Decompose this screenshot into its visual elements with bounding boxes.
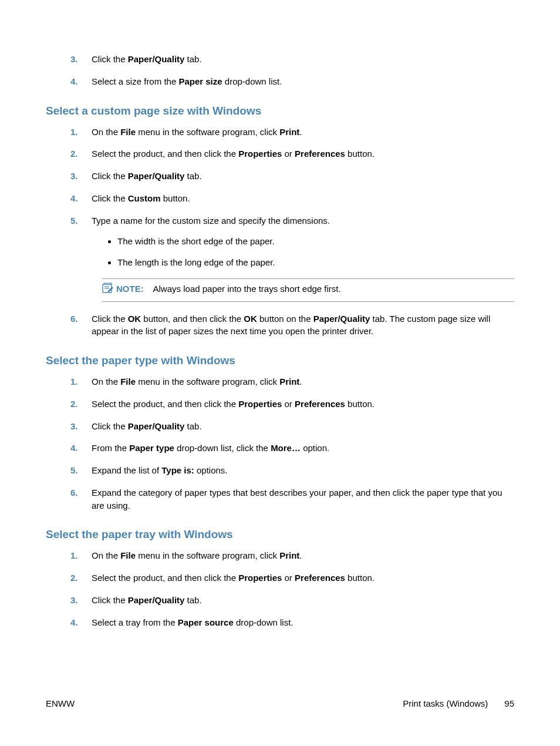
document-page: 3.Click the Paper/Quality tab.4.Select a… (0, 0, 560, 746)
step-item: 5.Type a name for the custom size and sp… (92, 214, 514, 269)
step-number: 1. (70, 375, 78, 388)
step-text: Click the Paper/Quality tab. (92, 421, 202, 431)
step-item: 1.On the File menu in the software progr… (92, 126, 514, 139)
step-text: Click the Paper/Quality tab. (92, 54, 202, 64)
step-text: On the File menu in the software program… (92, 550, 302, 560)
step-number: 4. (70, 192, 78, 205)
step-item: 1.On the File menu in the software progr… (92, 375, 514, 388)
step-item: 2.Select the product, and then click the… (92, 572, 514, 584)
step-item: 6.Expand the category of paper types tha… (92, 486, 514, 512)
sub-list-item: The length is the long edge of the paper… (117, 256, 514, 269)
step-number: 5. (70, 464, 78, 477)
step-item: 3.Click the Paper/Quality tab. (92, 594, 514, 607)
step-text: Select a size from the Paper size drop-d… (92, 76, 282, 86)
step-text: Expand the category of paper types that … (92, 488, 502, 510)
step-item: 5.Expand the list of Type is: options. (92, 464, 514, 477)
step-item: 4.From the Paper type drop-down list, cl… (92, 442, 514, 455)
step-item: 3.Click the Paper/Quality tab. (92, 53, 514, 66)
steps-list: 1.On the File menu in the software progr… (46, 126, 514, 269)
step-text: Select the product, and then click the P… (92, 573, 375, 583)
step-number: 4. (70, 442, 78, 455)
footer-left: ENWW (46, 698, 75, 708)
step-item: 3.Click the Paper/Quality tab. (92, 420, 514, 433)
section-heading: Select a custom page size with Windows (46, 105, 514, 117)
note-box: NOTE: Always load paper into the trays s… (102, 278, 514, 302)
step-number: 2. (70, 398, 78, 411)
step-number: 5. (70, 214, 78, 227)
step-item: 4.Select a size from the Paper size drop… (92, 75, 514, 88)
step-number: 4. (70, 616, 78, 629)
note-body: Always load paper into the trays short e… (153, 284, 341, 294)
step-number: 4. (70, 75, 78, 88)
step-text: Type a name for the custom size and spec… (92, 216, 330, 226)
step-item: 6.Click the OK button, and then click th… (92, 312, 514, 338)
step-text: Select the product, and then click the P… (92, 149, 375, 159)
step-text: Select a tray from the Paper source drop… (92, 617, 294, 627)
step-text: Expand the list of Type is: options. (92, 465, 228, 475)
step-number: 3. (70, 53, 78, 66)
footer-page-number: 95 (504, 698, 514, 708)
step-text: On the File menu in the software program… (92, 127, 302, 137)
step-text: Click the OK button, and then click the … (92, 314, 490, 337)
step-item: 3.Click the Paper/Quality tab. (92, 170, 514, 183)
section-heading: Select the paper tray with Windows (46, 528, 514, 541)
step-number: 3. (70, 420, 78, 433)
page-footer: ENWW Print tasks (Windows) 95 (46, 698, 514, 708)
step-text: Click the Paper/Quality tab. (92, 171, 202, 181)
step-text: Select the product, and then click the P… (92, 399, 375, 409)
step-number: 3. (70, 594, 78, 607)
step-number: 3. (70, 170, 78, 183)
step-text: Click the Paper/Quality tab. (92, 595, 202, 605)
step-item: 2.Select the product, and then click the… (92, 147, 514, 160)
footer-section-label: Print tasks (Windows) (403, 698, 488, 708)
steps-list: 6.Click the OK button, and then click th… (46, 312, 514, 338)
section-heading: Select the paper type with Windows (46, 354, 514, 367)
step-number: 2. (70, 147, 78, 160)
step-item: 4.Select a tray from the Paper source dr… (92, 616, 514, 629)
step-number: 6. (70, 486, 78, 499)
note-label: NOTE: (116, 284, 144, 294)
note-content: NOTE: Always load paper into the trays s… (116, 283, 514, 295)
steps-list: 1.On the File menu in the software progr… (46, 375, 514, 512)
steps-list: 1.On the File menu in the software progr… (46, 549, 514, 629)
step-number: 6. (70, 312, 78, 325)
step-item: 4.Click the Custom button. (92, 192, 514, 205)
step-number: 2. (70, 572, 78, 584)
step-number: 1. (70, 126, 78, 139)
sub-list: The width is the short edge of the paper… (92, 235, 514, 269)
step-text: From the Paper type drop-down list, clic… (92, 443, 329, 453)
step-text: On the File menu in the software program… (92, 377, 302, 387)
note-icon (102, 283, 114, 295)
steps-list-continuation: 3.Click the Paper/Quality tab.4.Select a… (46, 53, 514, 88)
step-item: 2.Select the product, and then click the… (92, 398, 514, 411)
step-number: 1. (70, 549, 78, 562)
step-text: Click the Custom button. (92, 193, 190, 203)
step-item: 1.On the File menu in the software progr… (92, 549, 514, 562)
sub-list-item: The width is the short edge of the paper… (117, 235, 514, 248)
note-text (146, 284, 153, 294)
